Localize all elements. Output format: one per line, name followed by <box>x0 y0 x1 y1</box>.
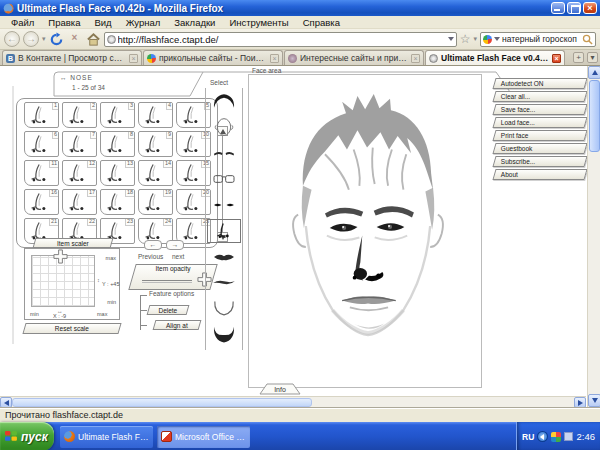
subscribe-button[interactable]: Subscribe... <box>492 156 587 167</box>
save-face-button[interactable]: Save face... <box>492 104 587 115</box>
vertical-scroll-thumb[interactable] <box>589 80 600 152</box>
print-face-button[interactable]: Print face <box>492 130 587 141</box>
nose-thumbnail-3[interactable]: 3 <box>100 102 135 128</box>
reload-icon[interactable] <box>49 32 64 47</box>
feature-mustache-icon[interactable] <box>206 270 242 296</box>
tab-vk[interactable]: ВВ Контакте | Просмотр сообщения× <box>2 50 142 65</box>
horizontal-scrollbar[interactable] <box>0 396 586 407</box>
nose-thumbnail-19[interactable]: 19 <box>138 189 173 215</box>
delete-button[interactable]: Delete <box>147 305 190 315</box>
next-page-button[interactable]: → <box>166 240 184 250</box>
language-indicator[interactable]: RU <box>522 432 534 442</box>
google-engine-icon[interactable] <box>483 35 492 44</box>
menu-item-1[interactable]: Файл <box>4 17 41 28</box>
horizontal-scroll-thumb[interactable] <box>12 398 312 407</box>
align-at-button[interactable]: Align at <box>153 320 202 330</box>
info-button[interactable]: Info <box>258 382 302 395</box>
feature-eyes-icon[interactable] <box>206 192 242 218</box>
menu-item-3[interactable]: Вид <box>87 17 118 28</box>
nose-thumbnail-7[interactable]: 7 <box>62 131 97 157</box>
nose-thumbnail-14[interactable]: 14 <box>138 160 173 186</box>
star-dropdown-icon[interactable]: ▾ <box>473 35 477 43</box>
tab-close-icon[interactable]: × <box>552 54 561 63</box>
menu-item-2[interactable]: Правка <box>41 17 87 28</box>
opacity-slider-track[interactable] <box>142 280 192 283</box>
scroll-down-button[interactable] <box>588 394 600 407</box>
feature-eyebrows-icon[interactable] <box>206 140 242 166</box>
clear-all-button[interactable]: Clear all... <box>492 91 587 102</box>
engine-dropdown-icon[interactable] <box>494 37 500 41</box>
vertical-scrollbar[interactable] <box>587 66 600 407</box>
scaler-handle-icon[interactable] <box>53 249 68 264</box>
google-favicon-icon <box>147 54 156 63</box>
taskbar-task-picture-manager[interactable]: Microsoft Office Pictu... <box>157 426 250 448</box>
nose-thumbnail-8[interactable]: 8 <box>100 131 135 157</box>
nose-thumbnail-2[interactable]: 2 <box>62 102 97 128</box>
nose-thumbnail-13[interactable]: 13 <box>100 160 135 186</box>
scaler-box[interactable]: max min ↕ Y : +45 min ↔ X : -9 max <box>24 248 120 320</box>
composite-face-image[interactable] <box>258 76 478 376</box>
tab-list-button[interactable]: ▾ <box>587 52 598 63</box>
nose-thumbnail-4[interactable]: 4 <box>138 102 173 128</box>
nose-thumbnail-12[interactable]: 12 <box>62 160 97 186</box>
nose-thumbnail-6[interactable]: 6 <box>24 131 59 157</box>
menu-item-4[interactable]: Журнал <box>119 17 168 28</box>
guestbook-button[interactable]: Guestbook <box>492 143 587 154</box>
load-face-button[interactable]: Load face... <box>492 117 587 128</box>
address-bar[interactable] <box>104 32 457 47</box>
search-bar[interactable] <box>480 32 596 47</box>
nose-thumbnail-9[interactable]: 9 <box>138 131 173 157</box>
tab-site[interactable]: Интересные сайты и прикольные с...× <box>284 50 424 65</box>
thumbnail-number: 16 <box>49 190 58 197</box>
back-button[interactable]: ← <box>4 31 20 47</box>
about-button[interactable]: About <box>492 169 587 180</box>
minimize-button[interactable] <box>551 2 565 14</box>
nose-thumbnail-1[interactable]: 1 <box>24 102 59 128</box>
history-dropdown-icon[interactable]: ▾ <box>42 35 46 43</box>
feature-lips-icon[interactable] <box>206 244 242 270</box>
nose-thumbnail-16[interactable]: 16 <box>24 189 59 215</box>
tab-label: Ultimate Flash Face v0.42b <box>441 53 549 63</box>
tab-flashface[interactable]: Ultimate Flash Face v0.42b× <box>425 50 565 65</box>
feature-nose-icon[interactable] <box>206 218 242 244</box>
start-button[interactable]: пуск <box>0 422 54 450</box>
feature-beard-icon[interactable] <box>206 322 242 348</box>
scroll-left-button[interactable] <box>0 397 12 407</box>
safely-remove-icon[interactable] <box>537 431 548 442</box>
close-button[interactable]: × <box>583 2 597 14</box>
tab-close-icon[interactable]: × <box>270 54 279 63</box>
tab-close-icon[interactable]: × <box>129 54 138 63</box>
maximize-button[interactable] <box>567 2 581 14</box>
menu-item-5[interactable]: Закладки <box>167 17 222 28</box>
nose-thumbnail-17[interactable]: 17 <box>62 189 97 215</box>
feature-jaw-icon[interactable] <box>206 296 242 322</box>
previous-page-button[interactable]: ← <box>144 240 162 250</box>
stop-icon[interactable]: × <box>67 31 83 47</box>
taskbar-task-firefox[interactable]: Ultimate Flash Face v... <box>60 426 153 448</box>
forward-button[interactable]: → <box>23 31 39 47</box>
search-input[interactable] <box>502 34 580 44</box>
bookmark-star-icon[interactable]: ☆ <box>460 32 471 46</box>
search-magnifier-icon[interactable] <box>582 34 593 45</box>
new-tab-button[interactable]: + <box>573 52 584 63</box>
feature-head-icon[interactable] <box>206 114 242 140</box>
tab-google[interactable]: прикольные сайты - Поиск в Google× <box>143 50 283 65</box>
home-icon[interactable] <box>86 32 101 47</box>
display-tray-icon[interactable] <box>564 432 574 441</box>
scroll-up-button[interactable] <box>588 66 600 79</box>
tray-app-icon[interactable] <box>551 432 561 442</box>
feature-glasses-icon[interactable] <box>206 166 242 192</box>
address-input[interactable] <box>118 34 446 45</box>
nose-thumbnail-11[interactable]: 11 <box>24 160 59 186</box>
autodetect-on-button[interactable]: Autodetect ON <box>492 78 587 89</box>
reset-scale-button[interactable]: Reset scale <box>22 323 121 334</box>
menu-item-7[interactable]: Справка <box>296 17 347 28</box>
tab-close-icon[interactable]: × <box>411 54 420 63</box>
scroll-right-button[interactable] <box>574 397 586 407</box>
action-label: Clear all... <box>495 92 585 102</box>
address-dropdown-icon[interactable] <box>448 37 454 41</box>
feature-hair-icon[interactable] <box>206 88 242 114</box>
feature-options-title: Feature options <box>149 290 194 297</box>
menu-item-6[interactable]: Инструменты <box>222 17 295 28</box>
nose-thumbnail-18[interactable]: 18 <box>100 189 135 215</box>
